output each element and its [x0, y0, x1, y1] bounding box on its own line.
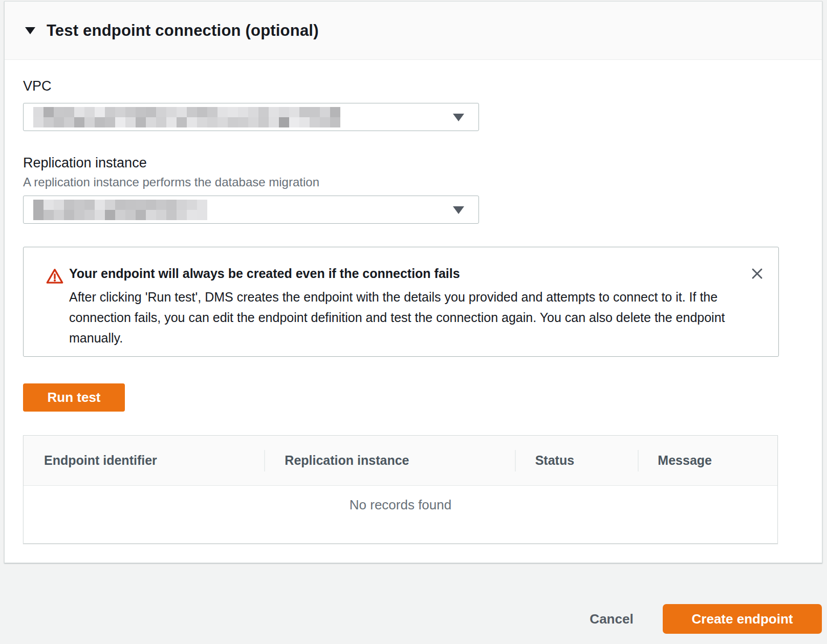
column-header-message[interactable]: Message	[637, 436, 777, 485]
cancel-button[interactable]: Cancel	[578, 604, 645, 634]
alert-title: Your endpoint will always be created eve…	[69, 265, 742, 282]
warning-triangle-icon	[46, 268, 63, 287]
close-icon[interactable]	[748, 265, 766, 283]
test-results-table: Endpoint identifier Replication instance…	[23, 435, 778, 544]
table-header-row: Endpoint identifier Replication instance…	[24, 436, 777, 486]
test-endpoint-connection-section: Test endpoint connection (optional) VPC …	[4, 1, 822, 563]
column-divider	[264, 450, 265, 471]
create-endpoint-button[interactable]: Create endpoint	[663, 604, 822, 634]
alert-body: After clicking 'Run test', DMS creates t…	[69, 287, 742, 348]
replication-instance-label: Replication instance	[23, 155, 147, 171]
replication-instance-select[interactable]	[23, 196, 479, 224]
replication-instance-description: A replication instance performs the data…	[23, 175, 319, 189]
vpc-label: VPC	[23, 78, 52, 94]
chevron-down-icon	[453, 206, 464, 214]
column-header-status[interactable]: Status	[515, 436, 638, 485]
chevron-down-icon	[453, 114, 464, 121]
warning-alert: Your endpoint will always be created eve…	[23, 247, 779, 357]
column-divider	[515, 450, 516, 471]
run-test-button[interactable]: Run test	[23, 383, 125, 412]
column-divider	[638, 450, 639, 471]
create-endpoint-page: Test endpoint connection (optional) VPC …	[0, 0, 827, 644]
caret-down-icon	[25, 27, 35, 34]
column-header-replication-instance[interactable]: Replication instance	[264, 436, 514, 485]
section-title: Test endpoint connection (optional)	[47, 22, 319, 40]
replication-instance-redacted-value	[33, 200, 207, 220]
table-empty-state: No records found	[24, 486, 777, 513]
vpc-redacted-value	[33, 107, 340, 127]
section-header-toggle[interactable]: Test endpoint connection (optional)	[5, 2, 822, 60]
alert-content: Your endpoint will always be created eve…	[69, 265, 742, 348]
column-header-endpoint-identifier[interactable]: Endpoint identifier	[24, 436, 264, 485]
vpc-select[interactable]	[23, 103, 479, 131]
